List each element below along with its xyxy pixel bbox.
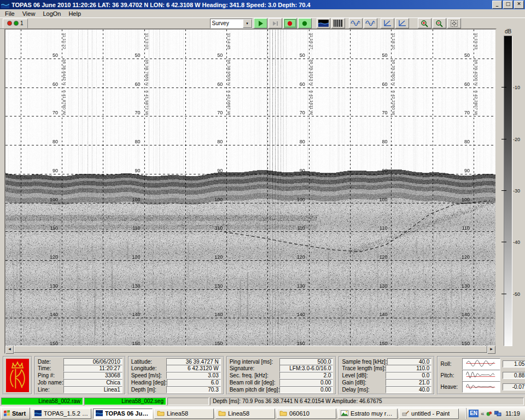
echogram-canvas[interactable] bbox=[5, 30, 495, 346]
field-row: Beam roll dir [deg]:0.00 bbox=[230, 379, 334, 386]
windows-flag-icon bbox=[4, 410, 10, 417]
field-value: 70.3 bbox=[166, 386, 221, 393]
folder-icon bbox=[157, 410, 165, 417]
window-close-button[interactable]: ✕ bbox=[514, 1, 524, 9]
menu-help[interactable]: Help bbox=[65, 10, 85, 17]
survey-dropdown-arrow-icon[interactable]: ▼ bbox=[243, 19, 252, 28]
motion-value: 1.05 bbox=[503, 360, 525, 368]
tray-app-icon[interactable] bbox=[486, 411, 492, 417]
field-label: Job name: bbox=[38, 380, 63, 386]
status-spacer-cell bbox=[167, 398, 209, 405]
echogram-view-button[interactable] bbox=[317, 18, 330, 28]
field-row: Ping #:33068 bbox=[38, 372, 122, 379]
field-value: 40.0 bbox=[387, 358, 432, 365]
scroll-left-button[interactable]: ◀ bbox=[5, 346, 14, 354]
echogram-hscrollbar[interactable]: ◀ ▶ bbox=[5, 346, 495, 353]
image-icon bbox=[341, 410, 348, 417]
survey-mode-value: Survey bbox=[211, 20, 243, 26]
field-row: Date:06/06/2010 bbox=[38, 358, 122, 365]
motion-label: Roll: bbox=[440, 361, 460, 367]
channel-tab-1[interactable]: 1 bbox=[3, 19, 28, 28]
survey-mode-select[interactable]: Survey ▼ bbox=[210, 19, 253, 28]
topas-icon bbox=[96, 410, 103, 417]
db-tick-label: -50 bbox=[513, 291, 520, 297]
menu-bar: FileViewLogOnHelp bbox=[0, 9, 525, 18]
step-icon bbox=[271, 20, 279, 27]
logo-group bbox=[3, 356, 32, 395]
single-trace-b-button[interactable] bbox=[364, 18, 377, 28]
field-label: Date: bbox=[38, 359, 63, 365]
menu-logon[interactable]: LogOn bbox=[39, 10, 65, 17]
start-button[interactable]: Start bbox=[1, 407, 30, 419]
db-tick bbox=[501, 87, 506, 88]
field-value: 40.0 bbox=[386, 386, 431, 393]
field-label: Ping #: bbox=[38, 372, 63, 378]
scope-b-button[interactable] bbox=[395, 18, 409, 28]
axes-icon bbox=[398, 20, 406, 27]
field-row: Time:11:20:27 bbox=[38, 365, 122, 372]
language-indicator[interactable]: EN bbox=[469, 410, 479, 417]
window-maximize-button[interactable]: □ bbox=[503, 1, 513, 9]
field-value: 11:20:27 bbox=[63, 365, 122, 372]
record-processed-button[interactable] bbox=[298, 18, 312, 28]
motion-row: Pitch:0.88 bbox=[440, 370, 525, 381]
fit-view-button[interactable] bbox=[447, 18, 461, 28]
taskbar-clock: 11:19 bbox=[504, 410, 522, 417]
scope-a-button[interactable] bbox=[381, 18, 394, 28]
field-value: 3.03 bbox=[166, 372, 221, 379]
tray-chevron-icon[interactable]: « bbox=[481, 410, 484, 417]
zoom-out-button[interactable] bbox=[433, 18, 446, 28]
field-value: 36 39.4727 N bbox=[166, 358, 221, 365]
field-value: 21.0 bbox=[386, 379, 431, 386]
menu-file[interactable]: File bbox=[1, 10, 19, 17]
scroll-right-button[interactable]: ▶ bbox=[487, 346, 495, 354]
taskbar-item-3[interactable]: Linea58 bbox=[154, 409, 214, 419]
acquisition-group: Date:06/06/2010Time:11:20:27Ping #:33068… bbox=[34, 356, 126, 395]
db-tick-label: -20 bbox=[513, 137, 520, 142]
field-label: Signature: bbox=[230, 365, 280, 371]
taskbar-item-label: Linea58 bbox=[228, 410, 249, 417]
field-row: Depth [m]:70.3 bbox=[131, 386, 221, 393]
db-scale-label: dB bbox=[502, 28, 514, 34]
window-title: TOPAS 06 June 2010 11:20:26 LAT: 36 39.4… bbox=[11, 2, 311, 8]
topas-app-icon bbox=[1, 1, 9, 8]
taskbar-item-4[interactable]: Linea58 bbox=[215, 409, 275, 419]
tray-network-icon[interactable] bbox=[494, 411, 501, 417]
db-colorbar bbox=[504, 36, 512, 346]
taskbar-item-6[interactable]: Estrato muy reflectivo ... bbox=[338, 409, 398, 419]
taskbar-item-label: TOPAS_1.5.2 Mki bbox=[44, 410, 89, 417]
field-value: Chica bbox=[63, 379, 122, 386]
field-value: 06/06/2010 bbox=[63, 358, 122, 365]
record-dot-icon bbox=[286, 20, 294, 27]
zoom-in-button[interactable] bbox=[418, 18, 431, 28]
field-label: Level [dB]: bbox=[342, 372, 386, 378]
field-label: Ping interval [ms]: bbox=[230, 359, 280, 365]
record-led-green-icon bbox=[14, 21, 19, 26]
single-trace-a-button[interactable] bbox=[349, 18, 363, 28]
single-ping-button[interactable] bbox=[269, 18, 282, 28]
zoom-out-icon bbox=[435, 20, 444, 27]
field-label: Depth [m]: bbox=[131, 387, 166, 393]
echogram-panel: ◀ ▶ bbox=[4, 28, 497, 354]
transmit-group: Ping interval [ms]:500.0Signature:LFM:3.… bbox=[226, 356, 337, 395]
start-button-label: Start bbox=[12, 410, 26, 417]
field-label: Beam pitch dir [deg]: bbox=[230, 387, 280, 393]
taskbar-item-5[interactable]: 060610 bbox=[277, 409, 336, 419]
status-info-cell: Depth [ms]: 70.9 Pos 36 38.7441 N 6 42.0… bbox=[210, 398, 524, 405]
zoom-in-icon bbox=[421, 20, 429, 27]
wave-icon bbox=[351, 20, 360, 27]
menu-view[interactable]: View bbox=[19, 10, 39, 17]
taskbar-item-7[interactable]: untitled - Paint bbox=[399, 409, 459, 419]
taskbar-item-2[interactable]: TOPAS 06 June 2... bbox=[93, 409, 153, 419]
record-raw-button[interactable] bbox=[283, 18, 297, 28]
db-tick-label: -10 bbox=[513, 85, 520, 90]
taskbar-item-1[interactable]: TOPAS_1.5.2 Mki bbox=[32, 409, 91, 419]
field-row: Longitude:6 42.3120 W bbox=[131, 365, 221, 372]
field-row: Signature:LFM:3.0-6.0/16.0 bbox=[230, 365, 334, 372]
window-minimize-button[interactable]: _ bbox=[492, 1, 502, 9]
start-pinging-button[interactable] bbox=[254, 18, 267, 28]
scroll-thumb[interactable] bbox=[14, 346, 487, 353]
field-row: Job name:Chica bbox=[38, 379, 122, 386]
wiggle-view-button[interactable] bbox=[331, 18, 345, 28]
field-label: Time: bbox=[38, 365, 63, 371]
